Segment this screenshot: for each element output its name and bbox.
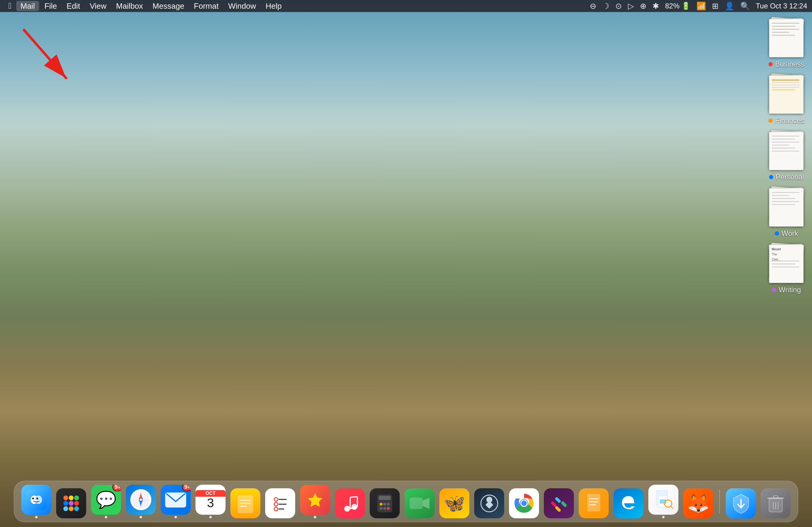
- user-icon[interactable]: 👤: [725, 1, 734, 11]
- svg-line-38: [350, 497, 357, 497]
- paper-content: Mount The Chel...: [772, 247, 801, 261]
- stack-dot-personal: [769, 175, 773, 179]
- dock-item-preview[interactable]: [648, 485, 678, 518]
- paper-line: [772, 82, 799, 83]
- paper-line: [772, 29, 799, 30]
- menu-window[interactable]: Window: [224, 1, 260, 11]
- menubar-right: ⊖ ☽ ⊙ ▷ ⊕ ✱ 82% 🔋 📶 ⊞ 👤 🔍 Tue Oct 3 12:2…: [590, 1, 807, 11]
- dock-item-steam[interactable]: [474, 488, 504, 518]
- paper-line: [772, 79, 799, 81]
- paper-line: [772, 23, 799, 24]
- svg-rect-22: [237, 495, 253, 513]
- preview-dot: [662, 516, 665, 518]
- dock-item-calculator[interactable]: [369, 488, 400, 518]
- svg-point-5: [63, 496, 68, 500]
- moon-icon[interactable]: ☽: [603, 1, 609, 11]
- notes-icon: [230, 488, 260, 518]
- stack-dot-writing: [772, 288, 776, 292]
- svg-point-54: [521, 501, 527, 506]
- dock-item-messages[interactable]: 💬 9+: [91, 485, 121, 518]
- menubar-left:  Mail File Edit View Mailbox Message Fo…: [5, 1, 590, 11]
- mail-dot: [174, 516, 177, 518]
- bluetooth-icon[interactable]: ✱: [653, 1, 659, 11]
- dock-item-pages[interactable]: [579, 488, 609, 518]
- dock-item-notes[interactable]: [230, 488, 260, 518]
- dock-item-facetime[interactable]: [405, 488, 435, 518]
- dock-item-trash[interactable]: [760, 488, 791, 518]
- paper-line: [772, 26, 795, 27]
- stack-finances-icon: [767, 74, 806, 114]
- paper-line: [772, 267, 799, 267]
- svg-point-4: [37, 498, 38, 499]
- screen-record-icon[interactable]: ⊙: [615, 1, 622, 11]
- dock-item-firefox[interactable]: 🦊: [683, 488, 713, 518]
- paper-lines: [772, 79, 801, 92]
- menu-edit[interactable]: Edit: [62, 1, 84, 11]
- desktop: [0, 0, 812, 527]
- svg-point-7: [74, 496, 79, 500]
- battery-container: 82% 🔋: [665, 2, 691, 10]
- dock-item-safari[interactable]: [126, 485, 156, 518]
- mail-icon: 9+: [161, 485, 191, 515]
- pages-icon: [579, 488, 609, 518]
- menu-message[interactable]: Message: [148, 1, 189, 11]
- focus-mode-icon[interactable]: ⊖: [590, 1, 596, 11]
- paper-line: [772, 151, 799, 152]
- control-center-icon[interactable]: ⊞: [712, 1, 719, 11]
- sky-gradient: [0, 12, 812, 222]
- mail-badge: 9+: [182, 485, 191, 491]
- paper-line: [772, 192, 799, 193]
- dock-item-calendar[interactable]: OCT 3: [195, 485, 226, 518]
- dock-item-launchpad[interactable]: [56, 488, 86, 518]
- paper-lines: [772, 260, 801, 270]
- dock-item-slack[interactable]: [544, 488, 574, 518]
- facetime-icon: [405, 488, 435, 518]
- dock-separator: [719, 490, 720, 513]
- stack-writing-icon: Mount The Chel...: [767, 244, 806, 283]
- menu-format[interactable]: Format: [190, 1, 223, 11]
- dock-item-mail[interactable]: 9+: [161, 485, 191, 518]
- messages-badge: 9+: [112, 485, 121, 491]
- menu-file[interactable]: File: [40, 1, 61, 11]
- svg-point-13: [74, 506, 79, 511]
- svg-point-9: [69, 501, 74, 506]
- menu-mail[interactable]: Mail: [16, 1, 39, 11]
- stack-business-icon: [767, 18, 806, 57]
- svg-point-30: [274, 507, 278, 511]
- wifi-signal-icon[interactable]: 📶: [696, 1, 706, 11]
- dock-item-adguard[interactable]: [726, 488, 756, 518]
- paper-line: [772, 145, 789, 146]
- dock-item-chrome[interactable]: [509, 488, 539, 518]
- svg-rect-40: [379, 496, 391, 500]
- dock-item-music[interactable]: [335, 488, 365, 518]
- dock-item-edge[interactable]: [613, 488, 643, 518]
- paper-line: [772, 148, 795, 149]
- dock-item-reminders[interactable]: [265, 488, 295, 518]
- svg-marker-48: [423, 498, 430, 509]
- dock-item-finder[interactable]: [21, 485, 52, 518]
- menu-mailbox[interactable]: Mailbox: [112, 1, 147, 11]
- dock-item-reeder[interactable]: [300, 485, 330, 518]
- svg-point-44: [380, 507, 382, 510]
- safari-dot: [140, 516, 142, 518]
- stack-personal-icon: [767, 131, 806, 170]
- stack-work[interactable]: Work: [767, 187, 806, 238]
- media-icon[interactable]: ▷: [628, 1, 634, 11]
- safari-icon: [126, 485, 156, 515]
- svg-point-41: [380, 503, 382, 506]
- menu-view[interactable]: View: [86, 1, 111, 11]
- battery-percent: 82%: [665, 2, 680, 10]
- desktop-stacks: Business Finances: [767, 18, 806, 294]
- stack-business[interactable]: Business: [767, 18, 806, 69]
- stack-finances[interactable]: Finances: [767, 74, 806, 125]
- stack-paper-front: [769, 19, 803, 57]
- stack-personal[interactable]: Personal: [767, 131, 806, 181]
- paper-line: [772, 204, 795, 205]
- stack-writing[interactable]: Mount The Chel... Writing: [767, 244, 806, 294]
- apple-menu[interactable]: : [5, 1, 15, 11]
- search-icon[interactable]: 🔍: [740, 1, 750, 11]
- menu-help[interactable]: Help: [261, 1, 286, 11]
- dock-item-monarch[interactable]: 🦋: [439, 488, 469, 518]
- messages-dot: [105, 516, 107, 518]
- wifi-icon[interactable]: ⊕: [640, 1, 647, 11]
